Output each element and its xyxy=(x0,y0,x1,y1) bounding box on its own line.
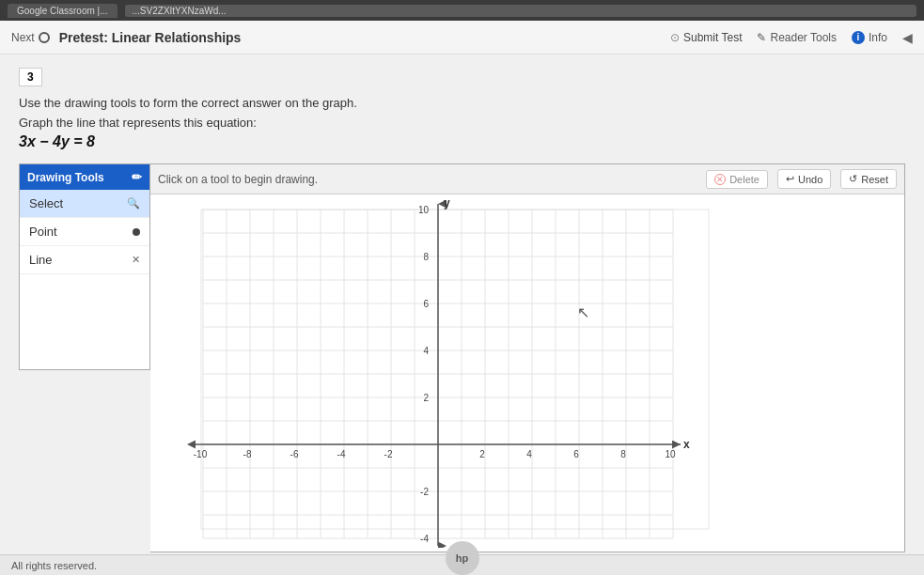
delete-icon: ✕ xyxy=(714,174,726,185)
submit-test-button[interactable]: ⊙ Submit Test xyxy=(670,31,742,44)
app-header: Next Pretest: Linear Relationships ⊙ Sub… xyxy=(0,21,924,54)
svg-text:↖: ↖ xyxy=(577,304,589,320)
svg-text:6: 6 xyxy=(573,449,579,459)
header-right: ⊙ Submit Test ✎ Reader Tools i Info ◀ xyxy=(670,30,913,45)
svg-text:10: 10 xyxy=(665,449,676,459)
main-content: 3 Use the drawing tools to form the corr… xyxy=(0,54,924,554)
svg-text:10: 10 xyxy=(418,205,430,215)
svg-text:-8: -8 xyxy=(243,449,252,459)
svg-text:-2: -2 xyxy=(384,449,393,459)
question-number-badge: 3 xyxy=(19,68,42,86)
line-tool[interactable]: Line ✕ xyxy=(20,246,149,274)
point-tool[interactable]: Point xyxy=(20,218,149,246)
reset-icon: ↺ xyxy=(849,173,857,185)
line-icon: ✕ xyxy=(132,254,140,266)
select-icon: 🔍 xyxy=(127,197,140,210)
select-tool[interactable]: Select 🔍 xyxy=(20,190,149,218)
info-button[interactable]: i Info xyxy=(852,31,887,44)
svg-text:6: 6 xyxy=(423,299,429,309)
undo-button[interactable]: ↩ Undo xyxy=(777,169,831,189)
svg-text:-10: -10 xyxy=(194,449,208,459)
info-icon: i xyxy=(852,31,865,44)
graph-label: Graph the line that represents this equa… xyxy=(19,116,905,130)
browser-bar: Google Classroom |... ...SV2ZXItYXNzaWd.… xyxy=(0,0,924,21)
submit-icon: ⊙ xyxy=(670,31,680,44)
drawing-tools-panel: Drawing Tools ✏ Select 🔍 Point Line ✕ xyxy=(19,163,150,370)
svg-text:4: 4 xyxy=(526,449,532,459)
hp-logo: hp xyxy=(446,541,479,575)
reader-tools-button[interactable]: ✎ Reader Tools xyxy=(757,31,837,44)
next-circle-icon xyxy=(39,32,50,43)
nav-next[interactable]: Next xyxy=(11,31,50,44)
svg-text:2: 2 xyxy=(423,393,429,403)
equation-display: 3x − 4y = 8 xyxy=(19,133,905,150)
tools-header: Drawing Tools ✏ xyxy=(20,164,149,190)
instructions-text: Use the drawing tools to form the correc… xyxy=(19,96,905,110)
svg-text:x: x xyxy=(683,438,690,451)
copyright-text: All rights reserved. xyxy=(11,560,97,571)
coordinate-graph[interactable]: .grid-line { stroke: #ddd; stroke-width:… xyxy=(154,200,718,548)
svg-text:-4: -4 xyxy=(337,449,346,459)
drawing-container: Drawing Tools ✏ Select 🔍 Point Line ✕ Cl… xyxy=(19,163,905,552)
pencil-icon: ✏ xyxy=(132,170,142,184)
next-label[interactable]: Next xyxy=(11,31,35,44)
browser-tab[interactable]: Google Classroom |... xyxy=(8,4,117,18)
back-arrow-icon[interactable]: ◀ xyxy=(902,30,913,45)
svg-text:-2: -2 xyxy=(420,487,429,497)
graph-area: Click on a tool to begin drawing. ✕ Dele… xyxy=(150,163,905,552)
svg-text:4: 4 xyxy=(423,346,429,356)
svg-text:8: 8 xyxy=(423,252,429,262)
svg-text:-4: -4 xyxy=(420,534,429,544)
point-icon xyxy=(133,228,140,236)
browser-url: ...SV2ZXItYXNzaWd... xyxy=(125,5,916,17)
reader-tools-icon: ✎ xyxy=(757,31,766,44)
reset-button[interactable]: ↺ Reset xyxy=(840,169,897,189)
toolbar-instruction: Click on a tool to begin drawing. xyxy=(158,173,697,186)
svg-text:-6: -6 xyxy=(290,449,299,459)
delete-button[interactable]: ✕ Delete xyxy=(706,170,768,189)
graph-svg-container[interactable]: .grid-line { stroke: #ddd; stroke-width:… xyxy=(150,194,904,552)
svg-rect-0 xyxy=(201,210,709,529)
svg-text:2: 2 xyxy=(479,449,485,459)
graph-toolbar: Click on a tool to begin drawing. ✕ Dele… xyxy=(150,164,904,194)
undo-icon: ↩ xyxy=(786,173,794,185)
page-title: Pretest: Linear Relationships xyxy=(59,30,242,45)
svg-text:8: 8 xyxy=(620,449,626,459)
svg-text:y: y xyxy=(444,200,450,210)
